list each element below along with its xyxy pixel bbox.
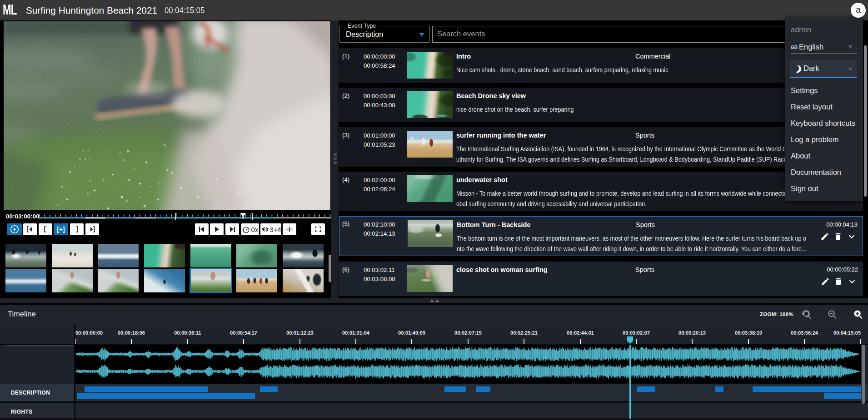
svg-text:]: ]	[251, 212, 254, 221]
svg-text:[: [	[175, 212, 177, 221]
